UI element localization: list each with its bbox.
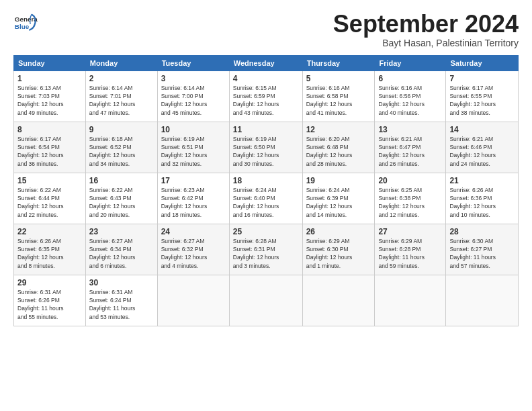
calendar-cell: 6Sunrise: 6:16 AM Sunset: 6:56 PM Daylig… xyxy=(375,71,446,122)
day-info: Sunrise: 6:13 AM Sunset: 7:03 PM Dayligh… xyxy=(17,84,82,117)
title-block: September 2024 Bayt Hasan, Palestinian T… xyxy=(333,11,519,48)
day-info: Sunrise: 6:17 AM Sunset: 6:55 PM Dayligh… xyxy=(449,84,515,117)
day-number: 29 xyxy=(17,278,82,287)
day-info: Sunrise: 6:27 AM Sunset: 6:34 PM Dayligh… xyxy=(89,237,154,270)
calendar-cell: 28Sunrise: 6:30 AM Sunset: 6:27 PM Dayli… xyxy=(446,224,519,275)
calendar-cell: 21Sunrise: 6:26 AM Sunset: 6:36 PM Dayli… xyxy=(446,173,519,224)
calendar-cell: 13Sunrise: 6:21 AM Sunset: 6:47 PM Dayli… xyxy=(375,122,446,173)
calendar-cell: 12Sunrise: 6:20 AM Sunset: 6:48 PM Dayli… xyxy=(302,122,375,173)
day-info: Sunrise: 6:22 AM Sunset: 6:43 PM Dayligh… xyxy=(89,186,154,219)
day-info: Sunrise: 6:27 AM Sunset: 6:32 PM Dayligh… xyxy=(161,237,226,270)
calendar-cell: 10Sunrise: 6:19 AM Sunset: 6:51 PM Dayli… xyxy=(157,122,229,173)
day-number: 12 xyxy=(306,125,371,134)
day-number: 13 xyxy=(378,125,442,134)
calendar-cell: 2Sunrise: 6:14 AM Sunset: 7:01 PM Daylig… xyxy=(85,71,157,122)
calendar-cell xyxy=(446,275,519,326)
day-number: 14 xyxy=(449,125,515,134)
col-header-sunday: Sunday xyxy=(14,55,86,71)
calendar-cell: 27Sunrise: 6:29 AM Sunset: 6:28 PM Dayli… xyxy=(375,224,446,275)
day-info: Sunrise: 6:23 AM Sunset: 6:42 PM Dayligh… xyxy=(161,186,226,219)
day-info: Sunrise: 6:24 AM Sunset: 6:40 PM Dayligh… xyxy=(233,186,299,219)
calendar-cell xyxy=(157,275,229,326)
day-info: Sunrise: 6:24 AM Sunset: 6:39 PM Dayligh… xyxy=(306,186,371,219)
location-subtitle: Bayt Hasan, Palestinian Territory xyxy=(333,38,519,48)
day-info: Sunrise: 6:31 AM Sunset: 6:24 PM Dayligh… xyxy=(89,288,154,321)
day-info: Sunrise: 6:26 AM Sunset: 6:36 PM Dayligh… xyxy=(449,186,515,219)
day-number: 27 xyxy=(378,227,442,236)
day-number: 28 xyxy=(449,227,515,236)
logo-icon: General Blue xyxy=(13,11,38,35)
day-number: 22 xyxy=(17,227,82,236)
day-number: 23 xyxy=(89,227,154,236)
day-info: Sunrise: 6:15 AM Sunset: 6:59 PM Dayligh… xyxy=(233,84,299,117)
day-number: 19 xyxy=(306,176,371,185)
calendar-cell xyxy=(375,275,446,326)
day-number: 2 xyxy=(89,74,154,83)
day-number: 18 xyxy=(233,176,299,185)
day-number: 10 xyxy=(161,125,226,134)
day-number: 4 xyxy=(233,74,299,83)
day-number: 25 xyxy=(233,227,299,236)
calendar-cell: 20Sunrise: 6:25 AM Sunset: 6:38 PM Dayli… xyxy=(375,173,446,224)
day-info: Sunrise: 6:19 AM Sunset: 6:51 PM Dayligh… xyxy=(161,135,226,168)
day-number: 30 xyxy=(89,278,154,287)
calendar-cell: 9Sunrise: 6:18 AM Sunset: 6:52 PM Daylig… xyxy=(85,122,157,173)
calendar-cell: 15Sunrise: 6:22 AM Sunset: 6:44 PM Dayli… xyxy=(14,173,86,224)
col-header-friday: Friday xyxy=(375,55,446,71)
day-number: 24 xyxy=(161,227,226,236)
day-number: 8 xyxy=(17,125,82,134)
day-info: Sunrise: 6:28 AM Sunset: 6:31 PM Dayligh… xyxy=(233,237,299,270)
day-number: 6 xyxy=(378,74,442,83)
col-header-thursday: Thursday xyxy=(302,55,375,71)
day-number: 20 xyxy=(378,176,442,185)
day-number: 26 xyxy=(306,227,371,236)
day-number: 3 xyxy=(161,74,226,83)
day-number: 9 xyxy=(89,125,154,134)
day-number: 7 xyxy=(449,74,515,83)
calendar-cell: 4Sunrise: 6:15 AM Sunset: 6:59 PM Daylig… xyxy=(229,71,302,122)
day-number: 1 xyxy=(17,74,82,83)
col-header-tuesday: Tuesday xyxy=(157,55,229,71)
day-info: Sunrise: 6:21 AM Sunset: 6:47 PM Dayligh… xyxy=(378,135,442,168)
calendar-cell: 18Sunrise: 6:24 AM Sunset: 6:40 PM Dayli… xyxy=(229,173,302,224)
calendar-cell: 23Sunrise: 6:27 AM Sunset: 6:34 PM Dayli… xyxy=(85,224,157,275)
day-info: Sunrise: 6:29 AM Sunset: 6:30 PM Dayligh… xyxy=(306,237,371,270)
day-info: Sunrise: 6:16 AM Sunset: 6:58 PM Dayligh… xyxy=(306,84,371,117)
month-title: September 2024 xyxy=(333,11,519,38)
day-number: 11 xyxy=(233,125,299,134)
day-number: 16 xyxy=(89,176,154,185)
day-info: Sunrise: 6:21 AM Sunset: 6:46 PM Dayligh… xyxy=(449,135,515,168)
col-header-wednesday: Wednesday xyxy=(229,55,302,71)
calendar-cell: 30Sunrise: 6:31 AM Sunset: 6:24 PM Dayli… xyxy=(85,275,157,326)
day-info: Sunrise: 6:26 AM Sunset: 6:35 PM Dayligh… xyxy=(17,237,82,270)
calendar-cell: 24Sunrise: 6:27 AM Sunset: 6:32 PM Dayli… xyxy=(157,224,229,275)
day-info: Sunrise: 6:30 AM Sunset: 6:27 PM Dayligh… xyxy=(449,237,515,270)
calendar-cell: 26Sunrise: 6:29 AM Sunset: 6:30 PM Dayli… xyxy=(302,224,375,275)
calendar-cell: 17Sunrise: 6:23 AM Sunset: 6:42 PM Dayli… xyxy=(157,173,229,224)
calendar-cell: 25Sunrise: 6:28 AM Sunset: 6:31 PM Dayli… xyxy=(229,224,302,275)
day-info: Sunrise: 6:16 AM Sunset: 6:56 PM Dayligh… xyxy=(378,84,442,117)
day-info: Sunrise: 6:20 AM Sunset: 6:48 PM Dayligh… xyxy=(306,135,371,168)
svg-text:Blue: Blue xyxy=(15,23,30,30)
calendar-cell: 7Sunrise: 6:17 AM Sunset: 6:55 PM Daylig… xyxy=(446,71,519,122)
calendar-cell: 8Sunrise: 6:17 AM Sunset: 6:54 PM Daylig… xyxy=(14,122,86,173)
day-number: 17 xyxy=(161,176,226,185)
calendar-cell: 3Sunrise: 6:14 AM Sunset: 7:00 PM Daylig… xyxy=(157,71,229,122)
calendar-cell: 1Sunrise: 6:13 AM Sunset: 7:03 PM Daylig… xyxy=(14,71,86,122)
calendar-cell xyxy=(302,275,375,326)
day-info: Sunrise: 6:18 AM Sunset: 6:52 PM Dayligh… xyxy=(89,135,154,168)
day-info: Sunrise: 6:14 AM Sunset: 7:00 PM Dayligh… xyxy=(161,84,226,117)
calendar-cell: 14Sunrise: 6:21 AM Sunset: 6:46 PM Dayli… xyxy=(446,122,519,173)
day-number: 5 xyxy=(306,74,371,83)
day-info: Sunrise: 6:14 AM Sunset: 7:01 PM Dayligh… xyxy=(89,84,154,117)
day-info: Sunrise: 6:17 AM Sunset: 6:54 PM Dayligh… xyxy=(17,135,82,168)
calendar-cell: 29Sunrise: 6:31 AM Sunset: 6:26 PM Dayli… xyxy=(14,275,86,326)
calendar-cell: 16Sunrise: 6:22 AM Sunset: 6:43 PM Dayli… xyxy=(85,173,157,224)
col-header-saturday: Saturday xyxy=(446,55,519,71)
calendar-cell: 11Sunrise: 6:19 AM Sunset: 6:50 PM Dayli… xyxy=(229,122,302,173)
day-info: Sunrise: 6:19 AM Sunset: 6:50 PM Dayligh… xyxy=(233,135,299,168)
day-info: Sunrise: 6:29 AM Sunset: 6:28 PM Dayligh… xyxy=(378,237,442,270)
logo: General Blue xyxy=(13,11,38,35)
calendar-cell: 22Sunrise: 6:26 AM Sunset: 6:35 PM Dayli… xyxy=(14,224,86,275)
calendar-cell: 5Sunrise: 6:16 AM Sunset: 6:58 PM Daylig… xyxy=(302,71,375,122)
